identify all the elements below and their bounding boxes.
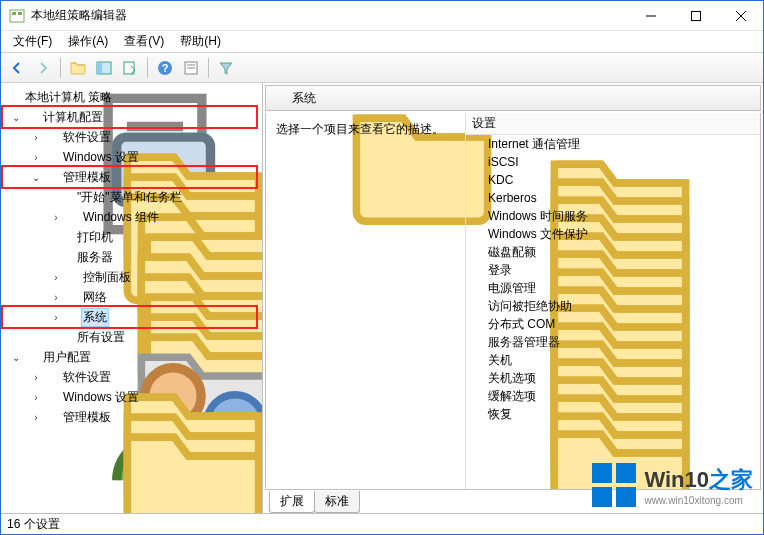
tree-item[interactable]: ›控制面板 [1,267,262,287]
description-text: 选择一个项目来查看它的描述。 [276,122,444,136]
menu-help[interactable]: 帮助(H) [172,31,229,52]
folder-icon [43,129,59,145]
forward-button[interactable] [31,56,55,80]
list-item[interactable]: 登录 [466,261,760,279]
folder-icon [470,334,486,350]
menu-file[interactable]: 文件(F) [5,31,60,52]
chevron-right-icon[interactable]: › [29,132,43,143]
show-hide-tree-button[interactable] [92,56,116,80]
tree-item[interactable]: "开始"菜单和任务栏 [1,187,262,207]
computer-icon [23,109,39,125]
details-tabs: 扩展 标准 [263,491,763,513]
folder-icon [43,169,59,185]
folder-icon [63,289,79,305]
tree-admin-templates[interactable]: ⌄管理模板 [1,167,262,187]
help-button[interactable]: ? [153,56,177,80]
chevron-right-icon[interactable]: › [49,212,63,223]
tree-system[interactable]: ›系统 [1,307,262,327]
tree-item[interactable]: ›Windows 组件 [1,207,262,227]
chevron-right-icon[interactable]: › [29,152,43,163]
details-body: 选择一个项目来查看它的描述。 设置 Internet 通信管理iSCSIKDCK… [265,113,761,490]
tree-panel: 本地计算机 策略 ⌄ 计算机配置 ›软件设置 ›Windows 设置 ⌄管理模板… [1,83,263,513]
folder-icon [43,369,59,385]
folder-icon [470,316,486,332]
tree-user-config[interactable]: ⌄用户配置 [1,347,262,367]
svg-rect-13 [97,62,102,74]
up-button[interactable] [66,56,90,80]
chevron-right-icon[interactable]: › [49,272,63,283]
folder-icon [63,209,79,225]
list-item[interactable]: 服务器管理器 [466,333,760,351]
chevron-right-icon[interactable]: › [29,392,43,403]
chevron-right-icon[interactable]: › [49,292,63,303]
list-item-label: 访问被拒绝协助 [488,298,572,315]
tree-item[interactable]: ›软件设置 [1,127,262,147]
tree-root[interactable]: 本地计算机 策略 [1,87,262,107]
chevron-down-icon[interactable]: ⌄ [29,172,43,183]
list-item[interactable]: 缓解选项 [466,387,760,405]
folder-icon [470,208,486,224]
properties-button[interactable] [179,56,203,80]
chevron-down-icon[interactable]: ⌄ [9,352,23,363]
svg-rect-7 [18,12,22,15]
list-item[interactable]: Windows 时间服务 [466,207,760,225]
list-item-label: Windows 文件保护 [488,226,588,243]
folder-icon [470,370,486,386]
list-item[interactable]: iSCSI [466,153,760,171]
chevron-right-icon[interactable]: › [29,372,43,383]
column-header-setting[interactable]: 设置 [466,113,760,135]
list-item[interactable]: 访问被拒绝协助 [466,297,760,315]
list-item[interactable]: Internet 通信管理 [466,135,760,153]
list-item-label: 分布式 COM [488,316,555,333]
list-item[interactable]: Kerberos [466,189,760,207]
list-item-label: Windows 时间服务 [488,208,588,225]
list-item-label: 关机选项 [488,370,536,387]
list-item[interactable]: 电源管理 [466,279,760,297]
tree-item[interactable]: 所有设置 [1,327,262,347]
list-item-label: Internet 通信管理 [488,136,580,153]
folder-icon [470,172,486,188]
folder-icon [272,90,288,106]
list-item[interactable]: Windows 文件保护 [466,225,760,243]
tree-item[interactable]: 服务器 [1,247,262,267]
list-item-label: 恢复 [488,406,512,423]
menu-view[interactable]: 查看(V) [116,31,172,52]
export-list-button[interactable] [118,56,142,80]
list-item[interactable]: 恢复 [466,405,760,423]
list-item-label: 关机 [488,352,512,369]
close-button[interactable] [718,1,763,31]
tab-extended[interactable]: 扩展 [269,491,315,513]
toolbar-separator [60,58,61,78]
list-item[interactable]: 分布式 COM [466,315,760,333]
tree-item[interactable]: 打印机 [1,227,262,247]
back-button[interactable] [5,56,29,80]
tree-item[interactable]: ›软件设置 [1,367,262,387]
filter-button[interactable] [214,56,238,80]
toolbar-separator [147,58,148,78]
tree-item[interactable]: ›Windows 设置 [1,147,262,167]
minimize-button[interactable] [628,1,673,31]
tree-item[interactable]: ›Windows 设置 [1,387,262,407]
tab-standard[interactable]: 标准 [314,491,360,513]
folder-icon [57,189,73,205]
menu-action[interactable]: 操作(A) [60,31,116,52]
list-item[interactable]: KDC [466,171,760,189]
details-header: 系统 [265,85,761,111]
tree-item[interactable]: ›管理模板 [1,407,262,427]
content-area: 本地计算机 策略 ⌄ 计算机配置 ›软件设置 ›Windows 设置 ⌄管理模板… [1,83,763,513]
chevron-right-icon[interactable]: › [29,412,43,423]
list-item-label: KDC [488,173,513,187]
tree-item[interactable]: ›网络 [1,287,262,307]
svg-rect-6 [12,12,16,15]
svg-text:?: ? [162,62,169,74]
chevron-down-icon[interactable]: ⌄ [9,112,23,123]
folder-icon [470,298,486,314]
folder-icon [57,249,73,265]
folder-icon [470,262,486,278]
list-item[interactable]: 磁盘配额 [466,243,760,261]
list-item[interactable]: 关机 [466,351,760,369]
tree-computer-config[interactable]: ⌄ 计算机配置 [1,107,262,127]
maximize-button[interactable] [673,1,718,31]
list-item[interactable]: 关机选项 [466,369,760,387]
chevron-right-icon[interactable]: › [49,312,63,323]
